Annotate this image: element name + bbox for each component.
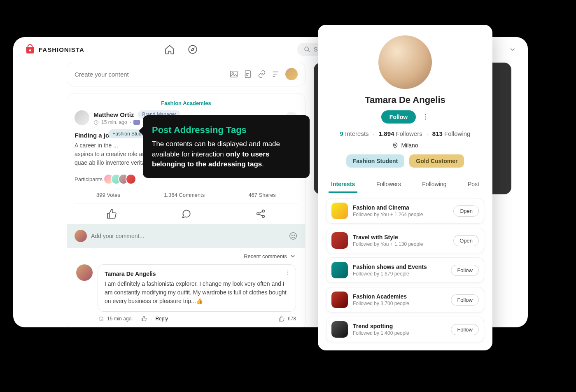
tab-interests[interactable]: Interests bbox=[329, 177, 357, 193]
tooltip-end: . bbox=[262, 160, 264, 168]
comments-count: 1.364 Comments bbox=[164, 192, 205, 198]
emoji-icon[interactable] bbox=[289, 231, 298, 240]
interest-thumb bbox=[331, 262, 348, 278]
compass-icon[interactable] bbox=[187, 44, 198, 55]
comment-input-row bbox=[67, 224, 305, 248]
commenter-avatar[interactable] bbox=[76, 264, 93, 281]
follow-button[interactable]: Follow bbox=[381, 110, 416, 124]
interest-open-button[interactable]: Open bbox=[453, 235, 479, 246]
profile-name: Tamara De Angelis bbox=[326, 95, 484, 105]
interest-follow-button[interactable]: Follow bbox=[451, 324, 479, 335]
chevron-down-icon[interactable] bbox=[509, 46, 516, 53]
followers-count[interactable]: 1.894 bbox=[379, 130, 394, 137]
interests-label: Interests bbox=[345, 130, 369, 137]
interest-item: Fashion Academies Followed by 3.700 peop… bbox=[326, 287, 484, 313]
interest-sub: Followed by 3.700 people bbox=[353, 301, 446, 306]
like-small-icon[interactable] bbox=[141, 315, 147, 322]
interest-item: Trend spotting Followed by 1.400 people … bbox=[326, 317, 484, 342]
svg-rect-2 bbox=[231, 71, 238, 77]
profile-avatar[interactable] bbox=[378, 35, 432, 89]
clock-icon bbox=[98, 316, 104, 322]
interest-title[interactable]: Travel with Style bbox=[353, 234, 448, 240]
link-icon[interactable] bbox=[257, 70, 266, 79]
home-icon[interactable] bbox=[164, 44, 175, 55]
more-vertical-icon bbox=[285, 270, 291, 275]
like-icon[interactable] bbox=[106, 208, 117, 219]
interest-sub: Followed by 1.400 people bbox=[353, 330, 446, 336]
tab-following[interactable]: Following bbox=[420, 177, 449, 193]
interest-title[interactable]: Fashion shows and Events bbox=[353, 264, 446, 270]
interest-title[interactable]: Fashion Academies bbox=[353, 293, 446, 300]
location-icon bbox=[392, 142, 399, 149]
clock-icon bbox=[93, 120, 99, 125]
post-stats: 899 Votes 1.364 Comments 467 Shares bbox=[75, 192, 298, 198]
location-row: Milano bbox=[326, 142, 484, 149]
participants-label: Participants bbox=[75, 176, 103, 182]
chevron-down-icon bbox=[289, 253, 296, 259]
tab-followers[interactable]: Followers bbox=[374, 177, 403, 193]
tab-post[interactable]: Post bbox=[465, 177, 482, 193]
post-time: 15 min. ago bbox=[101, 119, 127, 125]
interest-thumb bbox=[331, 292, 348, 308]
composer-avatar[interactable] bbox=[285, 68, 298, 80]
addressing-tags-tooltip: Post Addressing Tags The contents can be… bbox=[143, 115, 310, 178]
recent-label: Recent comments bbox=[244, 253, 287, 259]
following-count[interactable]: 813 bbox=[432, 130, 443, 137]
image-icon[interactable] bbox=[229, 70, 238, 79]
svg-point-21 bbox=[425, 119, 426, 119]
nav-icons bbox=[164, 44, 198, 55]
pdf-icon[interactable] bbox=[243, 70, 252, 79]
recent-comments-toggle[interactable]: Recent comments bbox=[75, 248, 298, 264]
profile-more-button[interactable] bbox=[422, 113, 429, 121]
tooltip-title: Post Addressing Tags bbox=[152, 124, 301, 137]
bag-icon bbox=[25, 44, 35, 55]
svg-point-13 bbox=[291, 235, 292, 236]
interest-title[interactable]: Fashion and Cinema bbox=[353, 204, 448, 211]
votes-count: 899 Votes bbox=[96, 192, 120, 198]
comment-icon[interactable] bbox=[181, 208, 191, 219]
interest-title[interactable]: Trend spotting bbox=[353, 323, 446, 329]
interests-count[interactable]: 9 bbox=[340, 130, 343, 137]
like-count-value: 678 bbox=[288, 316, 296, 322]
interest-follow-button[interactable]: Follow bbox=[451, 294, 479, 306]
svg-point-12 bbox=[290, 233, 297, 240]
interest-item: Fashion shows and Events Followed by 1.6… bbox=[326, 257, 484, 283]
comment-more-button[interactable] bbox=[285, 270, 291, 275]
composer[interactable]: Create your content bbox=[67, 62, 305, 86]
interest-thumb bbox=[331, 203, 348, 219]
author-avatar[interactable] bbox=[75, 110, 89, 125]
composer-placeholder: Create your content bbox=[75, 71, 224, 78]
profile-tag-gold[interactable]: Gold Customer bbox=[409, 154, 464, 168]
post-category[interactable]: Fashion Academies bbox=[75, 100, 298, 106]
svg-point-14 bbox=[294, 235, 295, 236]
svg-point-17 bbox=[287, 274, 288, 275]
interest-thumb bbox=[331, 321, 348, 338]
shares-count: 467 Shares bbox=[248, 192, 276, 198]
visibility-icon bbox=[133, 120, 140, 125]
reply-link[interactable]: Reply bbox=[155, 316, 168, 322]
poll-icon[interactable] bbox=[271, 70, 280, 79]
svg-point-22 bbox=[395, 144, 396, 145]
like-icon bbox=[278, 315, 285, 322]
svg-rect-4 bbox=[245, 71, 251, 78]
brand-logo[interactable]: FASHIONISTA bbox=[25, 44, 84, 55]
profile-tags: Fashion Student Gold Customer bbox=[326, 154, 484, 168]
location-text: Milano bbox=[401, 142, 418, 149]
comment-author[interactable]: Tamara De Angelis bbox=[105, 271, 289, 277]
followers-label: Followers bbox=[396, 130, 422, 137]
comment-input[interactable] bbox=[91, 233, 285, 239]
participant-avatars[interactable] bbox=[107, 174, 136, 184]
svg-point-19 bbox=[425, 114, 426, 115]
svg-point-16 bbox=[287, 272, 288, 273]
share-icon[interactable] bbox=[255, 208, 266, 219]
comment-time: 15 min ago. bbox=[107, 316, 133, 322]
comment-text: I am definitely a fashionista explorer. … bbox=[105, 280, 289, 306]
comment-bubble: Tamara De Angelis I am definitely a fash… bbox=[98, 264, 296, 312]
post-author[interactable]: Matthew Ortiz bbox=[93, 111, 134, 118]
brand-name: FASHIONISTA bbox=[39, 46, 84, 53]
profile-tag-student[interactable]: Fashion Student bbox=[346, 154, 405, 168]
interest-open-button[interactable]: Open bbox=[453, 205, 479, 217]
interest-sub: Followed by 1.679 people bbox=[353, 271, 446, 277]
comment-like-count[interactable]: 678 bbox=[278, 315, 296, 322]
interest-follow-button[interactable]: Follow bbox=[451, 265, 479, 276]
